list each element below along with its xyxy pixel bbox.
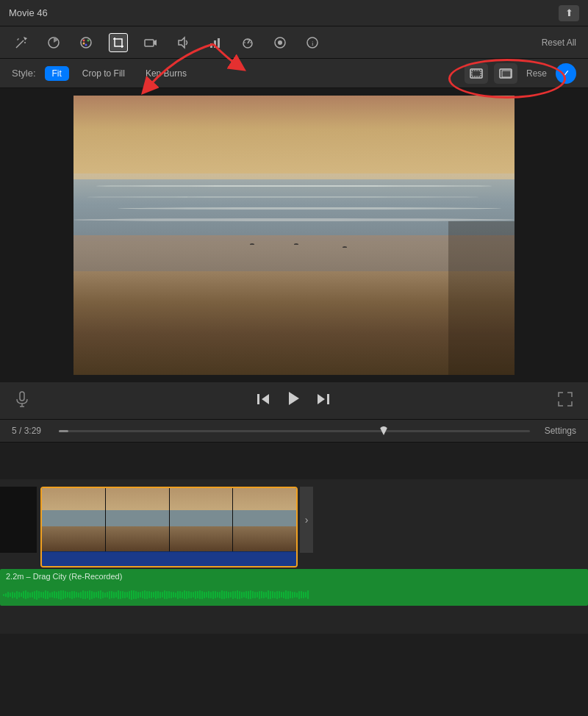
video-clip[interactable] bbox=[40, 487, 298, 568]
waveform-bar bbox=[76, 592, 77, 598]
svg-marker-1 bbox=[24, 37, 27, 40]
waveform-bar bbox=[206, 592, 207, 598]
checkmark-icon: ✓ bbox=[562, 68, 570, 79]
waveform-bar bbox=[210, 592, 212, 598]
waveform-bar bbox=[51, 592, 53, 598]
waveform-bar bbox=[245, 591, 247, 598]
skip-forward-button[interactable] bbox=[316, 392, 331, 410]
waveform-bar bbox=[49, 593, 51, 598]
waveform-bar bbox=[62, 590, 64, 599]
waveform-bar bbox=[239, 591, 240, 599]
scrubber-track[interactable] bbox=[59, 430, 530, 432]
waveform-bar bbox=[252, 591, 254, 598]
waveform-bar bbox=[21, 593, 22, 597]
waveform-bar bbox=[27, 592, 29, 598]
ken-burns-button[interactable]: Ken Burns bbox=[138, 66, 194, 81]
magic-wand-tool[interactable] bbox=[12, 33, 31, 52]
waveform-bar bbox=[179, 591, 181, 598]
waveform-bar bbox=[38, 591, 40, 598]
waveform-bar bbox=[173, 592, 174, 598]
waveform-bar bbox=[111, 591, 112, 598]
svg-rect-37 bbox=[20, 392, 24, 401]
scrubber-thumb[interactable] bbox=[379, 426, 388, 435]
play-button[interactable] bbox=[285, 390, 301, 411]
waveform-bar bbox=[265, 592, 267, 598]
style-bar: Style: Fit Crop to Fill Ken Burns Rese ✓ bbox=[0, 59, 588, 88]
settings-button[interactable]: Settings bbox=[545, 426, 576, 436]
waveform-bar bbox=[7, 592, 9, 598]
waveform-bar bbox=[223, 591, 225, 599]
svg-marker-43 bbox=[318, 394, 325, 404]
clip-thumbnail-2 bbox=[106, 488, 170, 551]
crop-frame-button[interactable] bbox=[494, 63, 517, 84]
waveform-bar bbox=[226, 591, 227, 598]
crop-to-fill-button[interactable]: Crop to Fill bbox=[75, 66, 132, 81]
waveform-bar bbox=[193, 592, 194, 598]
waveform-bar bbox=[237, 590, 238, 599]
chart-tool[interactable] bbox=[206, 33, 225, 52]
waveform-bar bbox=[261, 591, 262, 598]
overlay-tool[interactable] bbox=[270, 33, 290, 52]
clip-end-indicator: › bbox=[300, 487, 313, 553]
waveform-bar bbox=[184, 590, 185, 599]
waveform-bar bbox=[248, 591, 249, 599]
crop-tool[interactable] bbox=[109, 33, 128, 52]
info-tool[interactable]: i bbox=[303, 33, 322, 52]
waveform-bar bbox=[228, 592, 229, 598]
left-clip[interactable] bbox=[0, 487, 37, 553]
fit-button[interactable]: Fit bbox=[45, 66, 69, 81]
timeline-area: › 2.2m – Drag City (Re-Recorded) bbox=[0, 443, 588, 634]
waveform-bar bbox=[204, 592, 205, 598]
waveform-bar bbox=[279, 591, 280, 598]
inspector-toolbar: i Reset All bbox=[0, 26, 588, 59]
camera-tool[interactable] bbox=[141, 33, 160, 52]
waveform-bar bbox=[32, 592, 33, 598]
svg-rect-36 bbox=[502, 71, 511, 77]
reset-all-button[interactable]: Reset All bbox=[542, 37, 576, 48]
audio-track[interactable]: 2.2m – Drag City (Re-Recorded) bbox=[0, 569, 588, 606]
waveform-bar bbox=[215, 591, 216, 598]
waveform-bar bbox=[140, 592, 141, 598]
video-canvas bbox=[74, 96, 514, 375]
timeline-scrubber: 5 / 3:29 Settings bbox=[0, 419, 588, 443]
waveform-bar bbox=[93, 592, 95, 598]
waveform-bar bbox=[290, 591, 291, 598]
waveform-bar bbox=[175, 593, 176, 598]
waveform-bar bbox=[69, 592, 71, 598]
done-button[interactable]: ✓ bbox=[556, 63, 576, 84]
svg-marker-42 bbox=[289, 392, 299, 405]
waveform-bar bbox=[171, 592, 172, 598]
svg-line-0 bbox=[16, 40, 24, 48]
waveform-bar bbox=[133, 590, 135, 599]
waveform-bar bbox=[98, 591, 99, 598]
waveform-bar bbox=[257, 592, 258, 598]
waveform-bar bbox=[144, 590, 146, 599]
waveform-bar bbox=[16, 591, 18, 599]
color-palette-tool[interactable] bbox=[76, 33, 96, 52]
waveform-bar bbox=[12, 592, 13, 598]
fullscreen-button[interactable] bbox=[557, 391, 573, 411]
clip-audio-bar bbox=[42, 551, 296, 566]
waveform-bar bbox=[153, 592, 154, 598]
video-preview bbox=[0, 88, 588, 382]
waveform-bar bbox=[159, 592, 161, 598]
waveform-bar bbox=[272, 591, 273, 598]
share-button[interactable]: ⬆ bbox=[559, 5, 579, 21]
waveform-bar bbox=[65, 591, 66, 598]
reset-button[interactable]: Rese bbox=[523, 68, 550, 79]
waveform-bar bbox=[135, 591, 137, 599]
waveform-bar bbox=[263, 592, 265, 598]
color-wheel-tool[interactable] bbox=[44, 33, 63, 52]
waveform-bar bbox=[82, 590, 84, 599]
skip-back-button[interactable] bbox=[256, 392, 270, 410]
microphone-button[interactable] bbox=[15, 391, 29, 411]
audio-tool[interactable] bbox=[173, 33, 193, 52]
waveform-bar bbox=[120, 591, 121, 599]
waveform-bar bbox=[168, 591, 170, 598]
waveform-bar bbox=[201, 591, 203, 599]
svg-rect-41 bbox=[257, 394, 259, 404]
waveform-bar bbox=[78, 593, 79, 598]
timeline-ruler bbox=[0, 443, 588, 479]
fit-frame-button[interactable] bbox=[465, 63, 488, 84]
speed-tool[interactable] bbox=[238, 33, 257, 52]
